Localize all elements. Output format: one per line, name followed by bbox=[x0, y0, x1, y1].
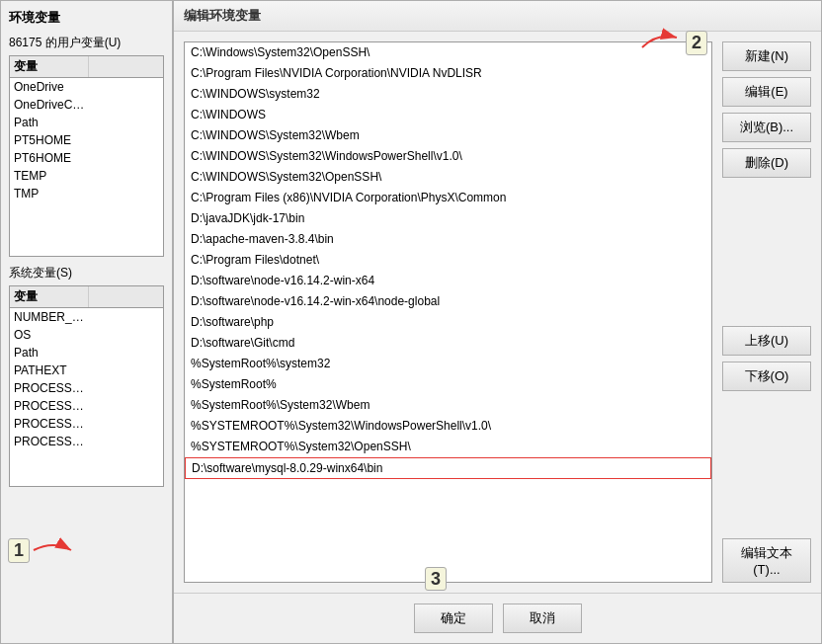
user-var-row[interactable]: Path bbox=[10, 114, 163, 131]
path-list-item[interactable]: %SystemRoot%\System32\Wbem bbox=[185, 395, 711, 416]
path-list-item[interactable]: D:\software\Git\cmd bbox=[185, 333, 711, 354]
user-var-table-header: 变量 bbox=[10, 56, 163, 78]
env-panel-title: 环境变量 bbox=[9, 9, 164, 27]
path-list-item[interactable]: D:\software\mysql-8.0.29-winx64\bin bbox=[185, 457, 711, 479]
path-list-container: C:\Windows\System32\OpenSSH\C:\Program F… bbox=[184, 41, 712, 583]
annotation-3-container: 3 bbox=[425, 569, 447, 590]
dialog-title: 编辑环境变量 bbox=[174, 1, 821, 32]
sys-var-row[interactable]: PATHEXT bbox=[10, 362, 163, 379]
path-list-item[interactable]: C:\WINDOWS\System32\OpenSSH\ bbox=[185, 167, 711, 188]
path-list-item[interactable]: %SystemRoot% bbox=[185, 374, 711, 395]
path-list-item[interactable]: C:\WINDOWS\System32\WindowsPowerShell\v1… bbox=[185, 146, 711, 167]
edit-text-button[interactable]: 编辑文本(T)... bbox=[722, 538, 811, 583]
var-name: Path bbox=[10, 115, 89, 130]
path-list[interactable]: C:\Windows\System32\OpenSSH\C:\Program F… bbox=[184, 41, 712, 583]
user-var-row[interactable]: TEMP bbox=[10, 167, 163, 185]
ok-button[interactable]: 确定 bbox=[414, 604, 493, 633]
path-list-item[interactable]: D:\software\php bbox=[185, 312, 711, 333]
path-list-item[interactable]: C:\Program Files (x86)\NVIDIA Corporatio… bbox=[185, 188, 711, 208]
user-var-row[interactable]: OneDriveConsume bbox=[10, 96, 163, 114]
path-list-item[interactable]: C:\WINDOWS bbox=[185, 105, 711, 125]
var-name: TMP bbox=[10, 186, 89, 201]
sys-var-column-header: 变量 bbox=[10, 286, 89, 307]
sys-var-row[interactable]: PROCESSOR_REVI bbox=[10, 433, 163, 450]
var-column-header: 变量 bbox=[10, 56, 89, 77]
move-down-button[interactable]: 下移(O) bbox=[722, 362, 811, 391]
annotation-2: 2 bbox=[686, 31, 707, 55]
user-var-table: 变量 OneDriveOneDriveConsumePathPT5HOMEPT6… bbox=[9, 55, 164, 257]
cancel-button[interactable]: 取消 bbox=[503, 604, 582, 633]
path-list-item[interactable]: D:\javaJDK\jdk-17\bin bbox=[185, 208, 711, 229]
path-list-item[interactable]: C:\Windows\System32\OpenSSH\ bbox=[185, 42, 711, 63]
sys-var-name: Path bbox=[10, 345, 89, 361]
sys-var-row[interactable]: OS bbox=[10, 326, 163, 344]
var-name: PT6HOME bbox=[10, 150, 89, 166]
path-list-item[interactable]: D:\software\node-v16.14.2-win-x64 bbox=[185, 271, 711, 291]
path-list-item[interactable]: C:\WINDOWS\System32\Wbem bbox=[185, 125, 711, 146]
system-vars-section: 系统变量(S) 变量 NUMBER_OF_PROCOSPathPATHEXTPR… bbox=[9, 265, 164, 487]
sys-var-name: PROCESSOR_REVI bbox=[10, 434, 89, 449]
sys-var-row[interactable]: PROCESSOR_LEVEL bbox=[10, 415, 163, 433]
user-var-row[interactable]: PT6HOME bbox=[10, 149, 163, 167]
user-var-row[interactable]: PT5HOME bbox=[10, 131, 163, 149]
user-var-row[interactable]: OneDrive bbox=[10, 78, 163, 96]
user-var-row[interactable]: TMP bbox=[10, 185, 163, 202]
delete-button[interactable]: 删除(D) bbox=[722, 148, 811, 178]
sys-var-name: PROCESSOR_LEVEL bbox=[10, 416, 89, 432]
path-list-item[interactable]: D:\apache-maven-3.8.4\bin bbox=[185, 229, 711, 250]
path-list-item[interactable]: D:\software\node-v16.14.2-win-x64\node-g… bbox=[185, 291, 711, 312]
path-list-item[interactable]: C:\WINDOWS\system32 bbox=[185, 84, 711, 105]
path-list-item[interactable]: %SYSTEMROOT%\System32\WindowsPowerShell\… bbox=[185, 416, 711, 437]
path-list-item[interactable]: C:\Program Files\NVIDIA Corporation\NVID… bbox=[185, 63, 711, 84]
annotation-1: 1 bbox=[8, 538, 30, 563]
path-list-item[interactable]: C:\Program Files\dotnet\ bbox=[185, 250, 711, 271]
var-name: OneDrive bbox=[10, 79, 89, 95]
user-var-table-body[interactable]: OneDriveOneDriveConsumePathPT5HOMEPT6HOM… bbox=[10, 78, 163, 256]
sys-var-row[interactable]: NUMBER_OF_PROC bbox=[10, 308, 163, 326]
path-dialog: 编辑环境变量 C:\Windows\System32\OpenSSH\C:\Pr… bbox=[173, 0, 822, 644]
var-name: TEMP bbox=[10, 168, 89, 184]
sys-var-name: OS bbox=[10, 327, 89, 343]
system-section-label: 系统变量(S) bbox=[9, 265, 164, 282]
var-name: OneDriveConsume bbox=[10, 97, 89, 113]
sys-var-row[interactable]: PROCESSOR_IDENT bbox=[10, 397, 163, 415]
move-up-button[interactable]: 上移(U) bbox=[722, 326, 811, 356]
sys-var-row[interactable]: PROCESSOR_ARCH bbox=[10, 379, 163, 397]
sys-var-name: NUMBER_OF_PROC bbox=[10, 309, 89, 325]
system-var-table-body[interactable]: NUMBER_OF_PROCOSPathPATHEXTPROCESSOR_ARC… bbox=[10, 308, 163, 486]
dialog-content: C:\Windows\System32\OpenSSH\C:\Program F… bbox=[174, 32, 821, 593]
sys-var-name: PATHEXT bbox=[10, 362, 89, 378]
dialog-footer: 确定 取消 bbox=[174, 593, 821, 643]
buttons-column: 新建(N) 编辑(E) 浏览(B)... 删除(D) 上移(U) 下移(O) 编… bbox=[722, 41, 811, 583]
annotation-3: 3 bbox=[425, 567, 447, 591]
edit-button[interactable]: 编辑(E) bbox=[722, 77, 811, 107]
user-section-label: 86175 的用户变量(U) bbox=[9, 35, 164, 51]
system-var-table-header: 变量 bbox=[10, 286, 163, 308]
var-name: PT5HOME bbox=[10, 132, 89, 148]
sys-var-row[interactable]: Path bbox=[10, 344, 163, 362]
browse-button[interactable]: 浏览(B)... bbox=[722, 113, 811, 142]
sys-var-name: PROCESSOR_IDENT bbox=[10, 398, 89, 414]
path-list-item[interactable]: %SystemRoot%\system32 bbox=[185, 354, 711, 374]
path-list-item[interactable]: %SYSTEMROOT%\System32\OpenSSH\ bbox=[185, 437, 711, 457]
arrow-1-icon bbox=[34, 535, 73, 565]
new-button[interactable]: 新建(N) bbox=[722, 41, 811, 71]
system-var-table: 变量 NUMBER_OF_PROCOSPathPATHEXTPROCESSOR_… bbox=[9, 285, 164, 487]
arrow-2-icon bbox=[642, 28, 682, 57]
sys-var-name: PROCESSOR_ARCH bbox=[10, 380, 89, 396]
user-vars-section: 86175 的用户变量(U) 变量 OneDriveOneDriveConsum… bbox=[9, 35, 164, 257]
